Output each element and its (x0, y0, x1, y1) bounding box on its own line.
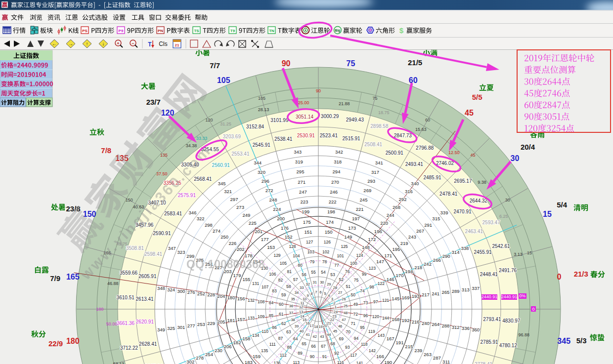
svg-text:45: 45 (465, 109, 474, 117)
svg-text:3508.81: 3508.81 (126, 245, 144, 251)
svg-text:215: 215 (405, 344, 413, 349)
svg-text:245: 245 (360, 197, 368, 202)
svg-text:15.63: 15.63 (415, 127, 427, 132)
svg-text:347: 347 (168, 245, 176, 251)
svg-text:144: 144 (382, 316, 389, 321)
svg-text:3661.36: 3661.36 (117, 321, 135, 326)
svg-text:2478.41: 2478.41 (439, 191, 458, 197)
svg-text:194: 194 (405, 269, 413, 274)
svg-text:21/3: 21/3 (574, 270, 588, 278)
svg-text:175: 175 (303, 219, 311, 225)
svg-text:2793.41: 2793.41 (483, 317, 501, 322)
svg-text:229: 229 (207, 321, 215, 326)
svg-text:T: T (148, 41, 152, 48)
svg-text:80: 80 (298, 263, 303, 268)
svg-text:69: 69 (339, 336, 344, 341)
svg-text:48: 48 (344, 311, 348, 315)
svg-text:250: 250 (220, 234, 228, 240)
svg-text:170: 170 (396, 273, 404, 278)
svg-text:30: 30 (511, 154, 520, 162)
svg-text:2898.58: 2898.58 (370, 123, 389, 129)
svg-text:8: 8 (310, 291, 312, 296)
svg-text:109: 109 (258, 314, 264, 319)
svg-text:2508.41: 2508.41 (364, 142, 383, 147)
svg-text:2448.41: 2448.41 (480, 272, 498, 277)
svg-text:131: 131 (252, 281, 259, 286)
svg-text:181: 181 (227, 318, 235, 323)
svg-text:11: 11 (301, 301, 305, 305)
svg-text:17: 17 (309, 324, 313, 328)
svg-text:202: 202 (237, 246, 245, 252)
svg-text:228: 228 (207, 292, 215, 297)
svg-text:3101.99: 3101.99 (270, 118, 289, 123)
svg-text:T9: T9 (230, 29, 235, 33)
svg-text:45: 45 (470, 153, 475, 158)
svg-text:268: 268 (393, 204, 400, 210)
svg-text:293: 293 (367, 178, 375, 184)
svg-text:243: 243 (408, 234, 416, 240)
svg-text:220: 220 (380, 220, 388, 226)
svg-text:58: 58 (286, 284, 291, 289)
svg-text:336: 336 (462, 325, 470, 331)
svg-text:340: 340 (411, 181, 419, 186)
svg-text:68: 68 (330, 341, 335, 346)
svg-text:244: 244 (387, 212, 394, 218)
svg-text:246: 246 (330, 189, 338, 195)
svg-text:81: 81 (287, 269, 292, 274)
svg-text:2500.91: 2500.91 (386, 150, 404, 156)
svg-text:301: 301 (177, 324, 185, 330)
svg-text:265: 265 (441, 289, 449, 295)
svg-text:2515.91: 2515.91 (343, 136, 361, 141)
svg-text:78: 78 (322, 259, 327, 264)
svg-text:2628.41: 2628.41 (139, 341, 157, 347)
svg-text:320: 320 (258, 169, 265, 175)
svg-text:P9: P9 (119, 29, 124, 33)
svg-text:153: 153 (267, 244, 275, 250)
svg-text:249: 249 (242, 212, 250, 218)
svg-text:121: 121 (382, 298, 389, 303)
svg-text:344: 344 (254, 160, 262, 165)
svg-text:24: 24 (334, 310, 338, 314)
svg-text:7/9: 7/9 (50, 274, 60, 283)
svg-text:311: 311 (442, 359, 450, 364)
svg-text:226: 226 (228, 241, 236, 246)
svg-text:145: 145 (392, 296, 399, 301)
svg-text:128: 128 (289, 244, 296, 249)
svg-text:172: 172 (368, 237, 376, 242)
svg-text:254: 254 (205, 352, 213, 357)
svg-text:127: 127 (306, 240, 313, 244)
svg-text:→: → (68, 41, 73, 46)
svg-text:53.13: 53.13 (113, 362, 125, 364)
svg-text:23/7: 23/7 (146, 98, 161, 106)
svg-text:25: 25 (344, 304, 348, 308)
svg-text:174: 174 (326, 219, 334, 225)
svg-text:5/3: 5/3 (576, 336, 587, 345)
svg-text:6.25: 6.25 (499, 214, 508, 219)
svg-text:59: 59 (281, 292, 286, 297)
svg-text:0%: 0% (520, 293, 526, 298)
svg-text:28: 28 (333, 285, 337, 290)
svg-text:119: 119 (368, 329, 375, 334)
svg-text:206: 206 (224, 344, 232, 349)
svg-text:105: 105 (258, 96, 265, 101)
svg-text:225: 225 (249, 220, 257, 226)
svg-text:126: 126 (324, 240, 331, 244)
svg-text:20/4: 20/4 (521, 143, 535, 151)
svg-text:28.13: 28.13 (258, 107, 269, 112)
svg-text:120: 120 (372, 314, 379, 319)
svg-text:30: 30 (505, 198, 510, 202)
svg-text:↑: ↑ (86, 41, 88, 46)
svg-text:106: 106 (269, 272, 276, 277)
svg-text:2778.41: 2778.41 (475, 362, 493, 364)
svg-text:253: 253 (197, 322, 205, 327)
svg-text:96: 96 (363, 313, 368, 318)
svg-text:166: 166 (376, 354, 384, 359)
svg-text:2593.47: 2593.47 (482, 220, 501, 225)
svg-text:319: 319 (295, 159, 303, 164)
svg-text:133: 133 (248, 316, 255, 321)
svg-text:151: 151 (304, 229, 312, 235)
svg-text:$: $ (399, 26, 404, 35)
svg-text:92: 92 (334, 351, 339, 356)
svg-text:157: 157 (237, 317, 245, 322)
svg-text:179: 179 (233, 273, 241, 278)
